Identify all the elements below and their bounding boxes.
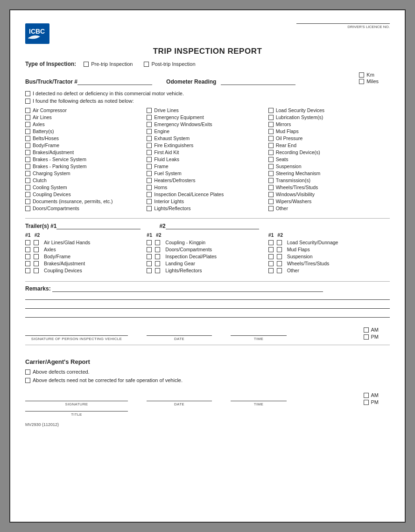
col2-checkbox-13[interactable] bbox=[147, 199, 152, 204]
tc2-cb2-3[interactable] bbox=[155, 261, 160, 266]
post-trip-option[interactable]: Post-trip Inspection bbox=[144, 61, 195, 67]
tc3-cb1-2[interactable] bbox=[268, 254, 274, 259]
no-defect-checkbox[interactable] bbox=[25, 91, 30, 96]
col3-checkbox-12[interactable] bbox=[268, 192, 274, 197]
remarks-line-3[interactable] bbox=[25, 317, 390, 318]
col2-checkbox-14[interactable] bbox=[147, 206, 152, 211]
defects-no-correct-option[interactable]: Above defects need not be corrected for … bbox=[25, 377, 379, 383]
col1-checkbox-2[interactable] bbox=[25, 122, 30, 127]
tc1-cb1-3[interactable] bbox=[25, 261, 30, 266]
col1-checkbox-9[interactable] bbox=[25, 171, 30, 176]
defects-corrected-option[interactable]: Above defects corrected. bbox=[25, 369, 379, 375]
found-defects-option[interactable]: I found the following defects as noted b… bbox=[25, 98, 379, 104]
tc2-cb2-0[interactable] bbox=[155, 240, 160, 245]
tc2-cb2-1[interactable] bbox=[155, 247, 160, 252]
tc1-cb2-2[interactable] bbox=[34, 254, 39, 259]
tc3-cb2-3[interactable] bbox=[277, 261, 282, 266]
col1-checkbox-12[interactable] bbox=[25, 192, 30, 197]
pm-checkbox[interactable] bbox=[364, 334, 369, 340]
col1-checkbox-6[interactable] bbox=[25, 150, 30, 155]
col3-checkbox-14[interactable] bbox=[268, 206, 274, 211]
col2-checkbox-1[interactable] bbox=[147, 115, 152, 120]
carrier-sig-line[interactable] bbox=[25, 401, 128, 401]
col2-checkbox-4[interactable] bbox=[147, 136, 152, 141]
col1-checkbox-4[interactable] bbox=[25, 136, 30, 141]
date-line[interactable] bbox=[147, 335, 212, 336]
time-line[interactable] bbox=[231, 335, 287, 336]
tc3-cb2-4[interactable] bbox=[277, 268, 282, 273]
carrier-date-line[interactable] bbox=[147, 401, 212, 401]
col3-checkbox-4[interactable] bbox=[268, 136, 274, 141]
carrier-am-checkbox[interactable] bbox=[364, 393, 369, 398]
col3-checkbox-1[interactable] bbox=[268, 115, 274, 120]
tc3-cb2-0[interactable] bbox=[277, 240, 282, 245]
carrier-pm-checkbox[interactable] bbox=[364, 400, 369, 405]
tc2-cb1-4[interactable] bbox=[147, 268, 152, 273]
col3-checkbox-10[interactable] bbox=[268, 178, 274, 183]
col2-checkbox-3[interactable] bbox=[147, 129, 152, 134]
tc1-cb1-4[interactable] bbox=[25, 268, 30, 273]
col2-checkbox-5[interactable] bbox=[147, 143, 152, 148]
col2-checkbox-7[interactable] bbox=[147, 157, 152, 162]
pm-option[interactable]: PM bbox=[364, 334, 379, 340]
col3-checkbox-8[interactable] bbox=[268, 164, 274, 169]
col3-checkbox-11[interactable] bbox=[268, 185, 274, 190]
col2-checkbox-0[interactable] bbox=[147, 108, 152, 113]
found-defects-checkbox[interactable] bbox=[25, 99, 30, 104]
am-option[interactable]: AM bbox=[364, 327, 379, 333]
col1-checkbox-13[interactable] bbox=[25, 199, 30, 204]
col1-checkbox-0[interactable] bbox=[25, 108, 30, 113]
col2-checkbox-2[interactable] bbox=[147, 122, 152, 127]
col3-checkbox-5[interactable] bbox=[268, 143, 274, 148]
tc2-cb1-3[interactable] bbox=[147, 261, 152, 266]
col2-checkbox-12[interactable] bbox=[147, 192, 152, 197]
tc2-cb1-1[interactable] bbox=[147, 247, 152, 252]
col1-checkbox-10[interactable] bbox=[25, 178, 30, 183]
miles-checkbox[interactable] bbox=[359, 79, 364, 84]
tc2-cb2-4[interactable] bbox=[155, 268, 160, 273]
km-checkbox[interactable] bbox=[359, 72, 364, 78]
col2-checkbox-9[interactable] bbox=[147, 171, 152, 176]
tc3-cb1-1[interactable] bbox=[268, 247, 274, 252]
tc3-cb2-1[interactable] bbox=[277, 247, 282, 252]
col3-checkbox-3[interactable] bbox=[268, 129, 274, 134]
tc1-cb1-0[interactable] bbox=[25, 240, 30, 245]
col2-checkbox-6[interactable] bbox=[147, 150, 152, 155]
remarks-line-1[interactable] bbox=[25, 299, 390, 300]
col3-checkbox-7[interactable] bbox=[268, 157, 274, 162]
col2-checkbox-10[interactable] bbox=[147, 178, 152, 183]
col1-checkbox-11[interactable] bbox=[25, 185, 30, 190]
trailer2-field[interactable] bbox=[166, 222, 259, 229]
bus-field[interactable] bbox=[77, 78, 152, 85]
remarks-field[interactable] bbox=[52, 286, 323, 292]
am-checkbox[interactable] bbox=[364, 327, 369, 333]
col1-checkbox-7[interactable] bbox=[25, 157, 30, 162]
col3-checkbox-6[interactable] bbox=[268, 150, 274, 155]
tc2-cb1-2[interactable] bbox=[147, 254, 152, 259]
tc1-cb1-1[interactable] bbox=[25, 247, 30, 252]
tc1-cb2-1[interactable] bbox=[34, 247, 39, 252]
tc3-cb1-0[interactable] bbox=[268, 240, 274, 245]
carrier-time-line[interactable] bbox=[231, 401, 287, 401]
tc1-cb1-2[interactable] bbox=[25, 254, 30, 259]
tc3-cb2-2[interactable] bbox=[277, 254, 282, 259]
tc1-cb2-3[interactable] bbox=[34, 261, 39, 266]
pre-trip-checkbox[interactable] bbox=[84, 62, 89, 67]
col2-checkbox-8[interactable] bbox=[147, 164, 152, 169]
col1-checkbox-1[interactable] bbox=[25, 115, 30, 120]
col3-checkbox-9[interactable] bbox=[268, 171, 274, 176]
trailer1-field[interactable] bbox=[56, 222, 141, 229]
remarks-line-2[interactable] bbox=[25, 308, 390, 309]
col3-checkbox-2[interactable] bbox=[268, 122, 274, 127]
km-option[interactable]: Km bbox=[359, 72, 379, 78]
sig-line[interactable] bbox=[25, 335, 128, 336]
miles-option[interactable]: Miles bbox=[359, 78, 379, 84]
col1-checkbox-3[interactable] bbox=[25, 129, 30, 134]
tc2-cb1-0[interactable] bbox=[147, 240, 152, 245]
col1-checkbox-14[interactable] bbox=[25, 206, 30, 211]
tc3-cb1-4[interactable] bbox=[268, 268, 274, 273]
title-line[interactable] bbox=[25, 411, 128, 411]
col2-checkbox-11[interactable] bbox=[147, 185, 152, 190]
post-trip-checkbox[interactable] bbox=[144, 62, 149, 67]
odometer-field[interactable] bbox=[221, 78, 295, 85]
